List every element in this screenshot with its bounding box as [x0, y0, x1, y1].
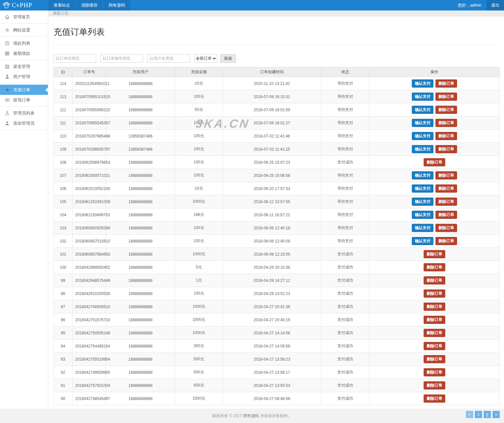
confirm-pay-button[interactable]: 确认支付: [412, 237, 433, 245]
navbar-item-clear-cache[interactable]: 清除缓存: [76, 0, 103, 11]
delete-order-button[interactable]: 删除订单: [435, 119, 457, 127]
main-content: 最新公告: 充值订单列表 全部订单 筛选: [48, 11, 504, 409]
sidebar-item-channel-manage[interactable]: 渠道管理: [0, 61, 48, 72]
cell-user: 18888888888: [106, 300, 175, 313]
confirm-pay-button[interactable]: 确认支付: [412, 132, 433, 140]
delete-order-button[interactable]: 删除订单: [424, 368, 445, 376]
table-row: 902018042748545497188888888881500元2018-0…: [54, 392, 500, 405]
sidebar-item-admin-list[interactable]: 管理员列表: [0, 108, 48, 118]
confirm-pay-button[interactable]: 确认支付: [412, 106, 433, 114]
cell-amount: 500元: [175, 353, 223, 366]
delete-order-button[interactable]: 删除订单: [435, 145, 457, 153]
delete-order-button[interactable]: 删除订单: [435, 224, 457, 232]
sidebar-item-recharge-orders[interactable]: 充值订单: [0, 85, 48, 95]
cell-status: 等待支付: [321, 103, 369, 116]
page-next-button[interactable]: »: [493, 411, 500, 418]
cell-user: 18888888888: [106, 169, 175, 182]
cell-id: 91: [54, 379, 73, 392]
confirm-pay-button[interactable]: 确认支付: [412, 119, 433, 127]
cell-actions: 确认支付删除订单: [369, 130, 500, 143]
brand-logo[interactable]: CvPHP: [0, 0, 48, 11]
notice-bar: 最新公告:: [48, 11, 504, 16]
delete-order-button[interactable]: 删除订单: [424, 329, 445, 337]
confirm-pay-button[interactable]: 确认支付: [412, 171, 433, 180]
delete-order-button[interactable]: 删除订单: [435, 237, 457, 245]
delete-order-button[interactable]: 删除订单: [424, 394, 445, 403]
delete-order-button[interactable]: 删除订单: [424, 355, 445, 363]
page-prev-button[interactable]: «: [466, 411, 473, 418]
delete-order-button[interactable]: 删除订单: [435, 184, 457, 193]
delete-order-button[interactable]: 删除订单: [424, 289, 445, 298]
sidebar-item-overdue-loans[interactable]: 逾期借款: [0, 48, 48, 58]
navbar-item-aqi-source[interactable]: 阿奇源码: [103, 0, 130, 11]
cell-id: 92: [54, 366, 73, 379]
cell-id: 99: [54, 274, 73, 287]
delete-order-button[interactable]: 删除订单: [435, 211, 457, 219]
page-1-button[interactable]: 1: [475, 411, 482, 418]
cell-status: 支付成功: [321, 340, 369, 353]
delete-order-button[interactable]: 删除订单: [424, 342, 445, 350]
confirm-pay-button[interactable]: 确认支付: [412, 93, 433, 101]
order-no-input[interactable]: [100, 54, 143, 63]
paw-logo-icon: [3, 2, 10, 9]
layout: 管理首页网站设置借款列表逾期借款渠道管理用户管理充值订单提现订单管理员列表添加管…: [0, 11, 504, 409]
confirm-pay-button[interactable]: 确认支付: [412, 79, 433, 88]
brand-name: CvPHP: [12, 2, 32, 9]
confirm-pay-button[interactable]: 确认支付: [412, 211, 433, 219]
delete-order-button[interactable]: 删除订单: [424, 250, 445, 258]
delete-order-button[interactable]: 删除订单: [435, 198, 457, 206]
page-2-button[interactable]: 2: [484, 411, 491, 418]
delete-order-button[interactable]: 删除订单: [435, 79, 457, 88]
cell-actions: 删除订单: [369, 353, 500, 366]
sidebar-item-site-settings[interactable]: 网站设置: [0, 25, 48, 35]
sidebar-item-add-admin[interactable]: 添加管理员: [0, 118, 48, 128]
delete-order-button[interactable]: 删除订单: [424, 381, 445, 390]
cell-amount: 5元: [175, 261, 223, 274]
cell-actions: 删除订单: [369, 379, 500, 392]
delete-order-button[interactable]: 删除订单: [424, 158, 445, 166]
cell-user: 18888888888: [106, 156, 175, 169]
cell-user: 18888888888: [106, 392, 175, 405]
sidebar-item-label: 用户管理: [13, 74, 30, 80]
cell-amount: 100元: [175, 143, 223, 156]
confirm-pay-button[interactable]: 确认支付: [412, 184, 433, 193]
delete-order-button[interactable]: 删除订单: [435, 106, 457, 114]
cell-order-no: 2018062550571021: [73, 169, 106, 182]
delete-order-button[interactable]: 删除订单: [424, 263, 445, 271]
cell-status: 支付成功: [321, 156, 369, 169]
order-type-select[interactable]: 全部订单: [194, 54, 217, 63]
sidebar-item-home[interactable]: 管理首页: [0, 12, 48, 22]
delete-order-button[interactable]: 删除订单: [435, 171, 457, 180]
sidebar-item-withdraw-orders[interactable]: 提现订单: [0, 95, 48, 105]
delete-order-button[interactable]: 删除订单: [424, 316, 445, 324]
cell-amount: 50元: [175, 103, 223, 116]
cell-id: 90: [54, 392, 73, 405]
cell-status: 等待支付: [321, 208, 369, 222]
confirm-pay-button[interactable]: 确认支付: [412, 145, 433, 153]
cell-amount: 100元: [175, 287, 223, 300]
table-row: 11220180709559952101888888888850元2018-07…: [54, 103, 500, 116]
cell-id: 105: [54, 195, 73, 208]
cell-created: 2018-04-27 14:05:58: [223, 340, 321, 353]
cell-actions: 删除订单: [369, 156, 500, 169]
navbar-item-view-site[interactable]: 查看站点: [48, 0, 75, 11]
order-id-input[interactable]: [53, 54, 96, 63]
cell-created: 2018-04-27 08:46:56: [223, 392, 321, 405]
page: CvPHP 查看站点清除缓存阿奇源码 您好，admin 退出 管理首页网站设置借…: [0, 0, 504, 423]
sidebar-item-user-manage[interactable]: 用户管理: [0, 72, 48, 82]
cell-actions: 确认支付删除订单: [369, 195, 500, 208]
logout-button[interactable]: 退出: [487, 0, 504, 11]
delete-order-button[interactable]: 删除订单: [435, 132, 457, 140]
username-input[interactable]: [147, 54, 190, 63]
delete-order-button[interactable]: 删除订单: [424, 276, 445, 285]
confirm-pay-button[interactable]: 确认支付: [412, 198, 433, 206]
sidebar-item-loan-list[interactable]: 借款列表: [0, 38, 48, 48]
confirm-pay-button[interactable]: 确认支付: [412, 224, 433, 232]
delete-order-button[interactable]: 删除订单: [424, 303, 445, 311]
column-header: 订单号: [73, 67, 106, 77]
content-inner: 充值订单列表 全部订单 筛选 ID订单号充值用户充值金: [48, 16, 504, 418]
filter-button[interactable]: 筛选: [220, 54, 236, 63]
cell-amount: 100元: [175, 90, 223, 103]
cell-created: 2018-04-27 20:41:36: [223, 300, 321, 313]
delete-order-button[interactable]: 删除订单: [435, 93, 457, 101]
